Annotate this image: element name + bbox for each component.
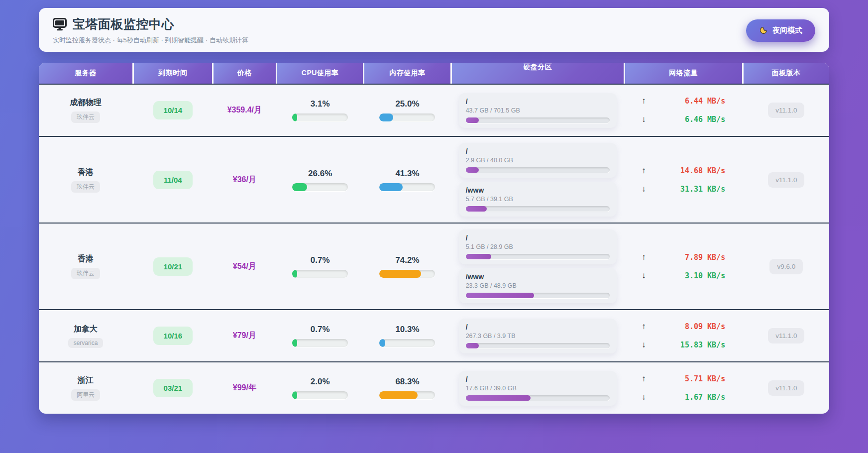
disk-usage-fill <box>466 293 535 298</box>
cpu-usage-fill <box>292 270 297 278</box>
page-title: 宝塔面板监控中心 <box>73 16 174 32</box>
disk-partition-name: / <box>466 375 610 383</box>
cpu-usage-bar <box>292 391 348 399</box>
disk-usage-bar <box>466 206 610 212</box>
disk-usage-fill <box>466 167 479 173</box>
download-arrow-icon: ↓ <box>642 340 646 350</box>
disk-usage-fill <box>466 343 479 348</box>
disk-usage-bar <box>466 167 610 173</box>
disk-usage-fill <box>466 206 487 212</box>
panel-version-badge: v11.1.0 <box>768 103 804 118</box>
disk-partition: / 43.7 GB / 701.5 GB <box>459 93 617 128</box>
cpu-usage-fill <box>292 339 297 347</box>
server-provider-tag: 玖伴云 <box>71 268 100 279</box>
disk-usage-fill <box>466 395 531 401</box>
expiry-badge: 10/21 <box>153 257 193 276</box>
disk-partition-name: /www <box>466 273 610 281</box>
upload-speed: 14.68 KB/s <box>680 166 725 175</box>
disk-partition-usage: 23.3 GB / 48.9 GB <box>466 282 610 289</box>
cpu-usage-fill <box>292 113 297 121</box>
memory-usage-fill <box>379 270 421 278</box>
price-label: ¥79/月 <box>233 331 256 341</box>
server-name: 成都物理 <box>70 98 102 108</box>
memory-usage-fill <box>379 391 417 399</box>
monitor-icon <box>53 18 67 31</box>
cpu-usage-fill <box>292 183 307 191</box>
upload-arrow-icon: ↑ <box>642 166 646 176</box>
download-speed: 15.83 KB/s <box>680 340 725 349</box>
disk-partition-name: / <box>466 323 610 331</box>
upload-arrow-icon: ↑ <box>642 96 646 106</box>
table-header-row: 服务器 到期时间 价格 CPU使用率 内存使用率 硬盘分区 网络流量 面板版本 <box>39 63 829 84</box>
cpu-usage-value: 26.6% <box>308 169 332 179</box>
cpu-usage-value: 2.0% <box>311 377 330 387</box>
table-row: 香港 玖伴云 10/21 ¥54/月 0.7% 74.2% / 5.1 GB /… <box>39 223 829 309</box>
expiry-badge: 03/21 <box>153 379 193 397</box>
cpu-usage-value: 0.7% <box>311 325 330 335</box>
expiry-badge: 10/16 <box>153 327 193 345</box>
server-monitor-table: 服务器 到期时间 价格 CPU使用率 内存使用率 硬盘分区 网络流量 面板版本 … <box>39 63 829 414</box>
memory-usage-fill <box>379 113 393 121</box>
cpu-usage-fill <box>292 391 297 399</box>
disk-partition-usage: 5.7 GB / 39.1 GB <box>466 196 610 203</box>
disk-usage-fill <box>466 117 479 123</box>
memory-usage-value: 10.3% <box>395 325 419 335</box>
expiry-badge: 10/14 <box>153 101 193 119</box>
memory-usage-bar <box>379 391 435 399</box>
disk-partition-usage: 267.3 GB / 3.9 TB <box>466 333 610 340</box>
disk-usage-fill <box>466 254 491 259</box>
panel-version-badge: v11.1.0 <box>768 328 804 343</box>
memory-usage-bar <box>379 183 435 191</box>
disk-partition-name: / <box>466 98 610 106</box>
server-name: 加拿大 <box>74 324 98 335</box>
cpu-usage-bar <box>292 339 348 347</box>
upload-arrow-icon: ↑ <box>642 374 646 384</box>
memory-usage-value: 68.3% <box>395 377 419 387</box>
upload-arrow-icon: ↑ <box>642 322 646 332</box>
table-row: 香港 玖伴云 11/04 ¥36/月 26.6% 41.3% / 2.9 GB … <box>39 136 829 223</box>
disk-partition-name: /www <box>466 186 610 194</box>
upload-speed: 5.71 KB/s <box>685 374 725 383</box>
expiry-badge: 11/04 <box>153 171 193 189</box>
column-header-price: 价格 <box>214 63 276 84</box>
cpu-usage-bar <box>292 270 348 278</box>
table-row: 加拿大 servarica 10/16 ¥79/月 0.7% 10.3% / 2… <box>39 309 829 361</box>
disk-partition: /www 23.3 GB / 48.9 GB <box>459 268 617 303</box>
disk-usage-bar <box>466 293 610 298</box>
memory-usage-bar <box>379 113 435 121</box>
server-provider-tag: 阿里云 <box>71 389 100 401</box>
download-speed: 6.46 MB/s <box>685 115 725 124</box>
column-header-version: 面板版本 <box>744 63 829 84</box>
download-speed: 3.10 KB/s <box>685 271 725 280</box>
price-label: ¥36/月 <box>233 175 256 185</box>
download-speed: 1.67 KB/s <box>685 393 725 402</box>
column-header-cpu: CPU使用率 <box>277 63 363 84</box>
column-header-disk: 硬盘分区 <box>452 63 624 84</box>
upload-arrow-icon: ↑ <box>642 252 646 262</box>
disk-partition-usage: 2.9 GB / 40.0 GB <box>466 157 610 164</box>
disk-partition: / 5.1 GB / 28.9 GB <box>459 229 617 264</box>
disk-partition: / 267.3 GB / 3.9 TB <box>459 319 617 353</box>
server-provider-tag: 玖伴云 <box>71 112 100 123</box>
upload-speed: 8.09 KB/s <box>685 322 725 331</box>
dashboard-page: 宝塔面板监控中心 实时监控服务器状态 · 每5秒自动刷新 · 到期智能提醒 · … <box>0 0 868 453</box>
download-speed: 31.31 KB/s <box>680 185 725 194</box>
memory-usage-value: 25.0% <box>395 99 419 109</box>
price-label: ¥359.4/月 <box>227 105 262 115</box>
memory-usage-bar <box>379 270 435 278</box>
panel-version-badge: v9.6.0 <box>769 259 803 274</box>
disk-partition-usage: 5.1 GB / 28.9 GB <box>466 243 610 250</box>
disk-partition: / 17.6 GB / 39.0 GB <box>459 371 617 406</box>
panel-version-badge: v11.1.0 <box>768 380 804 396</box>
table-row: 浙江 阿里云 03/21 ¥99/年 2.0% 68.3% / 17.6 GB … <box>39 361 829 414</box>
night-mode-label: 夜间模式 <box>772 26 802 35</box>
panel-version-badge: v11.1.0 <box>768 172 804 188</box>
price-label: ¥54/月 <box>233 261 256 272</box>
memory-usage-fill <box>379 339 385 347</box>
memory-usage-fill <box>379 183 402 191</box>
night-mode-button[interactable]: 夜间模式 <box>746 19 815 42</box>
moon-icon <box>759 26 768 35</box>
memory-usage-bar <box>379 339 435 347</box>
memory-usage-value: 41.3% <box>395 169 419 179</box>
server-provider-tag: servarica <box>68 338 104 348</box>
